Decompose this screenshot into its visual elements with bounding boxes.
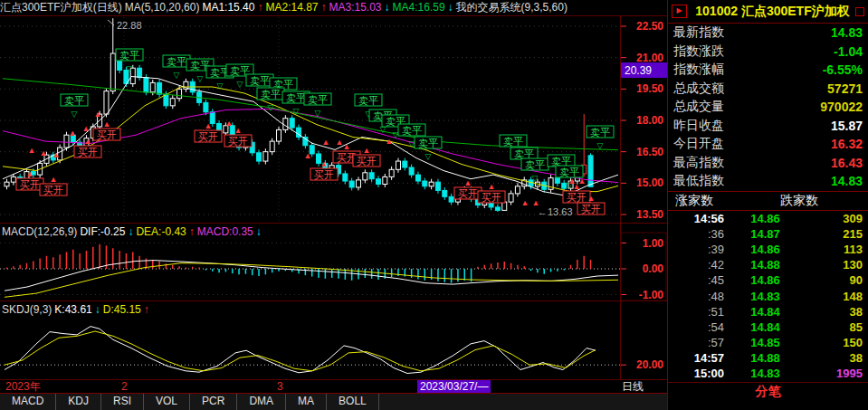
tick-time: :45	[673, 273, 724, 287]
field-label: 今日开盘	[673, 136, 831, 152]
svg-text:▲: ▲	[587, 194, 596, 203]
quote-field-row: 最新指数14.83	[668, 24, 868, 43]
field-value: 57271	[827, 81, 863, 96]
svg-text:▽: ▽	[127, 64, 133, 73]
tick-list[interactable]: 14:5614.86309:3614.87215:3914.86113:4214…	[668, 211, 868, 382]
svg-text:卖平: 卖平	[551, 156, 571, 167]
advancers-label: 涨家数	[675, 193, 713, 209]
svg-text:▲: ▲	[343, 142, 351, 151]
svg-text:买开: 买开	[228, 136, 248, 147]
svg-text:▽: ▽	[268, 103, 274, 112]
svg-text:▲: ▲	[103, 119, 111, 129]
field-value: 16.32	[831, 137, 863, 151]
svg-text:▲: ▲	[363, 146, 371, 155]
tick-tab-label[interactable]: 分笔	[668, 382, 868, 402]
tick-price: 14.85	[724, 336, 806, 349]
svg-text:19.50: 19.50	[636, 82, 663, 95]
tick-row: :5714.85150	[668, 335, 868, 350]
tick-time: 14:57	[673, 351, 724, 365]
svg-text:18.00: 18.00	[636, 114, 663, 127]
quote-field-row: 总成交量970022	[668, 98, 868, 117]
indicator-tab-boll[interactable]: BOLL	[327, 394, 379, 410]
svg-text:▽: ▽	[315, 109, 321, 118]
tick-row: 14:5614.86309	[668, 211, 868, 226]
quote-field-row: 昨日收盘15.87	[668, 117, 868, 136]
skdj-indicator-chart[interactable]: 20.00	[0, 301, 667, 379]
tick-row: :4514.8690	[668, 272, 868, 288]
tick-time: :57	[673, 336, 724, 349]
svg-text:▲: ▲	[225, 119, 234, 128]
svg-text:1.00: 1.00	[643, 237, 664, 250]
quote-field-row: 今日开盘16.32	[668, 135, 868, 154]
field-label: 昨日收盘	[673, 118, 831, 134]
header-text: ↓	[385, 1, 390, 14]
svg-text:卖平: 卖平	[514, 148, 534, 159]
quote-field-row: 指数涨幅-6.55%	[668, 61, 868, 80]
svg-text:▲: ▲	[234, 126, 243, 135]
play-button[interactable]: ▶	[672, 5, 687, 18]
header-text: MA4:16.59	[393, 1, 445, 14]
tick-time: :42	[673, 258, 724, 272]
axis-date-label: 2	[121, 380, 128, 393]
tick-time: :54	[673, 320, 724, 334]
svg-text:16.50: 16.50	[636, 146, 663, 158]
indicator-tab-ma[interactable]: MA	[286, 394, 327, 410]
svg-text:▽: ▽	[293, 107, 300, 116]
tick-volume: 90	[806, 273, 863, 287]
field-label: 指数涨跌	[673, 43, 834, 60]
indicator-tab-macd[interactable]: MACD	[0, 394, 56, 410]
tick-price: 14.86	[724, 273, 806, 287]
header-text: MA2:14.87	[265, 1, 318, 14]
tick-volume: 150	[806, 336, 863, 349]
svg-text:▲: ▲	[40, 148, 48, 157]
svg-text:▲: ▲	[488, 182, 496, 191]
tick-row: 14:5714.8838	[668, 350, 868, 366]
svg-text:▲: ▲	[304, 151, 312, 160]
svg-text:买开: 买开	[567, 192, 587, 203]
svg-text:22.88: 22.88	[117, 20, 142, 31]
tick-row: :5414.8485	[668, 319, 868, 335]
tick-time: :48	[673, 290, 724, 303]
indicator-tab-pcr[interactable]: PCR	[190, 394, 237, 410]
tick-volume: 38	[806, 351, 863, 365]
field-value: 15.87	[831, 119, 863, 133]
decliners-label: 跌家数	[780, 193, 818, 209]
svg-text:卖平: 卖平	[261, 89, 281, 100]
field-value: 970022	[820, 100, 863, 114]
svg-text:22.50: 22.50	[636, 20, 663, 33]
tick-price: 14.88	[724, 351, 806, 365]
quote-field-row: 最高指数16.43	[668, 154, 868, 173]
tick-volume: 113	[806, 243, 863, 256]
indicator-tab-dma[interactable]: DMA	[237, 394, 286, 410]
svg-text:▲: ▲	[205, 121, 213, 130]
indicator-tab-kdj[interactable]: KDJ	[56, 394, 101, 410]
svg-text:卖平: 卖平	[250, 75, 270, 86]
tick-time: :36	[673, 227, 724, 241]
svg-text:0.00: 0.00	[643, 262, 664, 275]
tick-price: 14.83	[724, 367, 806, 380]
tick-row: :4814.83148	[668, 288, 868, 303]
period-label[interactable]: 日线	[622, 380, 644, 393]
field-label: 最新指数	[673, 24, 831, 41]
svg-text:▲: ▲	[28, 146, 36, 155]
svg-text:▲: ▲	[386, 137, 394, 146]
indicator-tab-rsi[interactable]: RSI	[101, 394, 144, 410]
field-value: -1.04	[834, 44, 863, 59]
tick-price: 14.86	[724, 243, 806, 256]
svg-text:买开: 买开	[78, 147, 98, 157]
quote-field-row: 最低指数14.83	[668, 172, 868, 191]
svg-text:▲: ▲	[322, 138, 330, 147]
svg-text:▲: ▲	[521, 198, 529, 207]
macd-indicator-chart[interactable]: 1.000.00-1.00	[0, 224, 667, 301]
svg-text:▲: ▲	[69, 129, 77, 138]
field-value: 16.43	[831, 156, 863, 170]
tick-volume: 309	[806, 212, 863, 225]
svg-text:▽: ▽	[217, 81, 224, 91]
tick-row: 15:0014.831995	[668, 366, 868, 381]
panel-toggle-icon[interactable]	[855, 7, 864, 16]
indicator-tab-vol[interactable]: VOL	[144, 394, 190, 410]
main-candlestick-chart[interactable]: 22.5021.0019.5018.0016.5015.0013.50卖平▽卖平…	[0, 15, 667, 224]
field-label: 最低指数	[673, 173, 831, 189]
quote-field-row: 指数涨跌-1.04	[668, 43, 868, 62]
tick-time: 14:56	[673, 212, 724, 225]
